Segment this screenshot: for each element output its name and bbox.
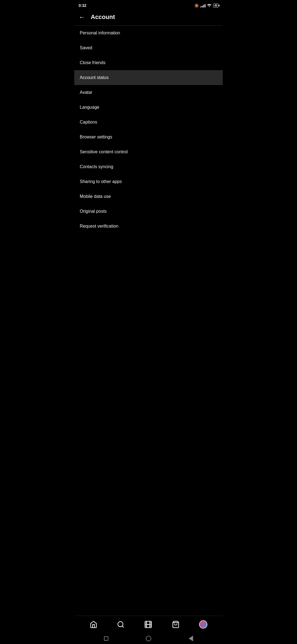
menu-item-original-posts[interactable]: Original posts <box>74 204 223 219</box>
home-icon <box>90 621 97 628</box>
signal-icon <box>200 4 205 7</box>
system-nav <box>74 633 223 644</box>
page-title: Account <box>91 13 115 21</box>
header: ← Account <box>74 10 223 25</box>
mute-icon: 🔕 <box>194 4 199 8</box>
menu-item-sharing-to-other-apps[interactable]: Sharing to other apps <box>74 174 223 189</box>
nav-search[interactable] <box>115 619 126 630</box>
sys-recent-button[interactable] <box>104 636 108 641</box>
status-time: 0:32 <box>79 3 86 8</box>
account-menu: Personal information Saved Close friends… <box>74 26 223 234</box>
menu-item-avatar[interactable]: Avatar <box>74 85 223 100</box>
menu-item-contacts-syncing[interactable]: Contacts syncing <box>74 159 223 174</box>
shop-icon <box>172 621 180 628</box>
battery-icon: 45 <box>213 4 218 8</box>
status-icons: 🔕 45 <box>194 4 218 8</box>
menu-item-language[interactable]: Language <box>74 100 223 115</box>
back-button[interactable]: ← <box>79 13 85 21</box>
search-icon <box>117 621 125 628</box>
menu-item-sensitive-content-control[interactable]: Sensitive content control <box>74 144 223 159</box>
nav-shop[interactable] <box>170 619 181 630</box>
nav-home[interactable] <box>88 619 99 630</box>
nav-profile[interactable] <box>197 619 209 630</box>
nav-reels[interactable] <box>143 619 154 630</box>
reels-icon <box>144 621 152 628</box>
menu-item-personal-information[interactable]: Personal information <box>74 26 223 40</box>
sys-back-button[interactable] <box>189 636 193 641</box>
menu-item-close-friends[interactable]: Close friends <box>74 55 223 70</box>
menu-item-browser-settings[interactable]: Browser settings <box>74 130 223 144</box>
menu-item-account-status[interactable]: Account status <box>74 70 223 85</box>
status-bar: 0:32 🔕 45 <box>74 0 223 10</box>
menu-item-mobile-data-use[interactable]: Mobile data use <box>74 189 223 204</box>
svg-line-1 <box>122 626 124 627</box>
menu-item-captions[interactable]: Captions <box>74 115 223 130</box>
profile-avatar <box>199 620 207 629</box>
menu-item-request-verification[interactable]: Request verification <box>74 219 223 234</box>
bottom-nav <box>74 616 223 633</box>
sys-home-button[interactable] <box>146 636 151 641</box>
menu-item-saved[interactable]: Saved <box>74 40 223 55</box>
wifi-icon <box>207 4 211 8</box>
